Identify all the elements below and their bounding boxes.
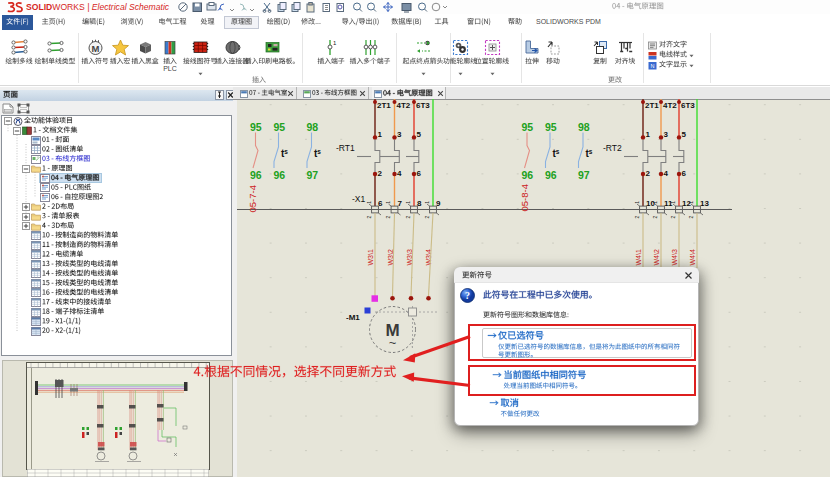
svg-text:1: 1 — [652, 201, 658, 204]
svg-text:2: 2 — [646, 169, 651, 178]
svg-text:2: 2 — [378, 169, 383, 178]
svg-text:96: 96 — [522, 169, 534, 181]
svg-text:96: 96 — [545, 169, 557, 181]
svg-text:98: 98 — [578, 121, 590, 133]
svg-text:96: 96 — [274, 169, 286, 181]
svg-text:5: 5 — [417, 130, 422, 139]
svg-text:2T1: 2T1 — [377, 101, 391, 110]
svg-text:3: 3 — [664, 130, 669, 139]
svg-text:2: 2 — [424, 216, 430, 219]
svg-text:3: 3 — [397, 130, 402, 139]
svg-text:W4\3: W4\3 — [671, 249, 678, 265]
svg-text:6T3: 6T3 — [681, 101, 695, 110]
svg-text:4: 4 — [664, 169, 669, 178]
svg-text:W3\1: W3\1 — [367, 249, 374, 265]
svg-text:13: 13 — [700, 199, 709, 208]
svg-text:2: 2 — [385, 216, 391, 219]
svg-text:98: 98 — [307, 121, 319, 133]
svg-text:2T1: 2T1 — [645, 101, 659, 110]
svg-text:SOLIDWORKS | Electrical Schema: SOLIDWORKS | Electrical Schematic — [26, 2, 170, 12]
svg-text:1: 1 — [385, 201, 391, 204]
svg-text:05-8-4: 05-8-4 — [519, 184, 530, 211]
svg-text:-RT1: -RT1 — [336, 143, 355, 153]
svg-text:2: 2 — [688, 216, 694, 219]
svg-text:?: ? — [465, 290, 470, 301]
svg-text:ts: ts — [314, 148, 321, 160]
svg-text:2: 2 — [652, 216, 658, 219]
svg-text:4T2: 4T2 — [663, 101, 677, 110]
svg-text:05-7-4: 05-7-4 — [247, 185, 258, 212]
svg-text:2: 2 — [670, 216, 676, 219]
svg-text:W4\4: W4\4 — [689, 249, 696, 265]
svg-text:-X1: -X1 — [352, 194, 366, 204]
svg-text:ts: ts — [553, 148, 560, 160]
svg-text:N: N — [651, 63, 655, 69]
svg-text:1: 1 — [634, 201, 640, 204]
svg-text:1: 1 — [646, 130, 651, 139]
svg-text:4: 4 — [397, 169, 402, 178]
svg-text:-M1: -M1 — [346, 313, 360, 322]
svg-text:ts: ts — [586, 148, 593, 160]
svg-text:2: 2 — [366, 216, 372, 219]
svg-text:1: 1 — [333, 40, 337, 46]
svg-text:96: 96 — [250, 169, 262, 181]
svg-text:W4\2: W4\2 — [653, 249, 660, 265]
svg-text:W4\1: W4\1 — [635, 249, 642, 265]
svg-text:4T2: 4T2 — [397, 101, 411, 110]
svg-text:95: 95 — [250, 121, 262, 133]
svg-text:2: 2 — [634, 216, 640, 219]
svg-text:1: 1 — [378, 130, 383, 139]
svg-text:-RT2: -RT2 — [603, 143, 622, 153]
svg-text:1: 1 — [366, 201, 372, 204]
svg-text:W3\2: W3\2 — [387, 249, 394, 265]
svg-text:97: 97 — [578, 169, 590, 181]
svg-text:2: 2 — [405, 216, 411, 219]
svg-text:M: M — [91, 42, 99, 53]
svg-text:95: 95 — [522, 121, 534, 133]
svg-text:1: 1 — [688, 201, 694, 204]
svg-text:1: 1 — [405, 201, 411, 204]
svg-text:ts: ts — [281, 148, 288, 160]
svg-text:6T3: 6T3 — [416, 101, 430, 110]
svg-text:6: 6 — [417, 169, 422, 178]
svg-text:1: 1 — [670, 201, 676, 204]
svg-text:6: 6 — [682, 169, 687, 178]
svg-text:97: 97 — [307, 169, 319, 181]
svg-text:95: 95 — [274, 121, 286, 133]
svg-text:5: 5 — [682, 130, 687, 139]
svg-text:1: 1 — [424, 201, 430, 204]
svg-text:95: 95 — [545, 121, 557, 133]
